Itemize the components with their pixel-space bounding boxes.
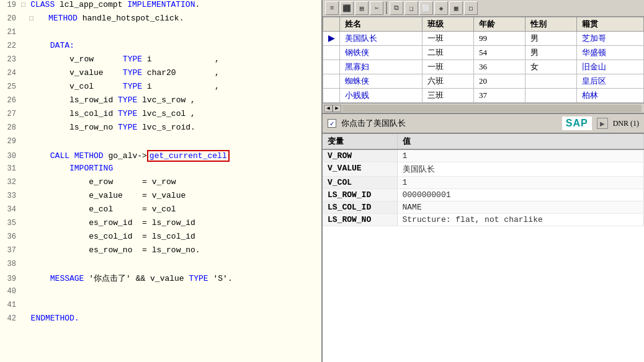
code-line: 39 MESSAGE '你点击了' && v_value TYPE 'S'. [0, 273, 321, 286]
alv-table: 姓名班级年龄性别籍贯▶美国队长一班99男芝加哥钢铁侠二班54男华盛顿黑寡妇一班3… [323, 17, 644, 103]
alv-column-header[interactable]: 年龄 [474, 17, 525, 32]
alv-table-cell[interactable]: 37 [474, 89, 525, 103]
keyword: MESSAGE [50, 274, 84, 283]
debug-table-row: LS_ROW_NOStructure: flat, not charlike [323, 214, 644, 226]
check-icon: ✓ [328, 119, 336, 128]
alv-table-cell[interactable] [525, 89, 576, 103]
alv-table-cell[interactable]: 三班 [423, 89, 474, 103]
debug-variable-name: V_COL [323, 177, 397, 189]
alv-table-cell[interactable]: 华盛顿 [576, 46, 643, 60]
alv-table-row[interactable]: 蜘蛛侠六班20皇后区 [323, 74, 644, 89]
code-line: 19□ CLASS lcl_app_compt IMPLEMENTATION. [0, 0, 321, 14]
line-number: 32 [2, 178, 21, 187]
alv-table-cell[interactable]: 20 [474, 74, 525, 89]
toolbar-button[interactable]: ≡ [325, 1, 339, 15]
alv-table-cell[interactable]: 小贱贱 [340, 89, 423, 103]
debug-variable-value: 1 [397, 149, 644, 162]
toolbar-button[interactable]: ⬛ [340, 1, 354, 15]
toolbar-button[interactable]: ❑ [405, 1, 418, 15]
alv-table-cell [323, 46, 340, 60]
alv-table-cell[interactable]: 钢铁侠 [340, 46, 423, 60]
toolbar-button[interactable]: ⬜ [419, 1, 433, 15]
keyword: IMPORTING [69, 164, 113, 173]
line-content [21, 259, 319, 268]
code-text: lvc_s_row , [137, 95, 195, 105]
alv-table-cell[interactable]: 芝加哥 [576, 32, 643, 46]
alv-table-row[interactable]: 黑寡妇一班36女旧金山 [323, 60, 644, 74]
scroll-right-btn[interactable]: ▶ [333, 105, 341, 112]
alv-table-row[interactable]: 小贱贱三班37柏林 [323, 89, 644, 103]
line-content: ls_row_no TYPE lvc_s_roid. [21, 123, 319, 132]
code-line: 26 ls_row_id TYPE lvc_s_row , [0, 95, 321, 109]
alv-table-cell[interactable]: 女 [525, 60, 576, 74]
alv-table-cell[interactable] [525, 74, 576, 89]
alv-column-header[interactable]: 姓名 [340, 17, 423, 32]
keyword: IMPLEMENTATION [127, 0, 195, 9]
line-content: ls_col_id TYPE lvc_s_col , [21, 109, 319, 118]
toolbar-button[interactable]: ⧉ [390, 1, 403, 15]
toolbar-button[interactable]: ✂ [370, 1, 383, 15]
debug-variable-value: 1 [397, 177, 644, 189]
alv-horizontal-scrollbar[interactable]: ◀ ▶ [323, 103, 644, 113]
alv-column-header[interactable] [323, 17, 340, 32]
debug-table-row: LS_COL_IDNAME [323, 201, 644, 214]
code-line: 40 [0, 286, 321, 300]
alv-table-cell[interactable]: 36 [474, 60, 525, 74]
code-line: 35 es_row_id = ls_row_id [0, 218, 321, 232]
toolbar-button[interactable]: ▦ [449, 1, 463, 15]
collapse-icon[interactable]: □ [21, 1, 29, 9]
scroll-track[interactable] [342, 105, 642, 112]
alv-table-row[interactable]: 钢铁侠二班54男华盛顿 [323, 46, 644, 60]
alv-table-cell[interactable]: 一班 [423, 32, 474, 46]
keyword: TYPE [118, 123, 137, 132]
alv-table-cell[interactable]: 一班 [423, 60, 474, 74]
debug-column-header: 值 [397, 134, 644, 149]
code-line: 42 ENDMETHOD. [0, 314, 321, 327]
alv-table-cell[interactable]: 男 [525, 32, 576, 46]
code-line: 23 v_row TYPE i , [0, 55, 321, 68]
dnr-label: DNR (1) [613, 119, 639, 128]
alv-table-cell[interactable]: 柏林 [576, 89, 643, 103]
alv-table-cell[interactable]: 蜘蛛侠 [340, 74, 423, 89]
alv-table-cell[interactable]: 美国队长 [340, 32, 423, 46]
code-line: 21 [0, 27, 321, 41]
line-number: 34 [2, 205, 21, 214]
debug-variable-name: LS_ROW_ID [323, 189, 397, 201]
line-content: e_col = v_col [21, 205, 319, 214]
alv-table-cell[interactable]: 旧金山 [576, 60, 643, 74]
code-line: 20 □ METHOD handle_hotspot_click. [0, 14, 321, 27]
alv-column-header[interactable]: 班级 [423, 17, 474, 32]
code-line: 22 DATA: [0, 41, 321, 55]
code-line: 27 ls_col_id TYPE lvc_s_col , [0, 109, 321, 123]
alv-table-wrapper[interactable]: 姓名班级年龄性别籍贯▶美国队长一班99男芝加哥钢铁侠二班54男华盛顿黑寡妇一班3… [323, 17, 644, 103]
code-text [21, 151, 50, 161]
code-text: ls_row_no [21, 123, 118, 132]
alv-table-cell[interactable]: 六班 [423, 74, 474, 89]
play-button[interactable]: ▶ [597, 118, 608, 129]
alv-column-header[interactable]: 性别 [525, 17, 576, 32]
line-content [21, 136, 319, 146]
alv-table-cell[interactable]: 二班 [423, 46, 474, 60]
collapse-icon[interactable]: □ [21, 15, 37, 22]
code-line: 28 ls_row_no TYPE lvc_s_roid. [0, 123, 321, 136]
code-text [21, 314, 31, 323]
alv-table-cell [323, 60, 340, 74]
toolbar-button[interactable]: ◈ [434, 1, 448, 15]
alv-table-cell[interactable]: 男 [525, 46, 576, 60]
alv-column-header[interactable]: 籍贯 [576, 17, 643, 32]
alv-table-cell[interactable]: 皇后区 [576, 74, 643, 89]
line-number: 38 [2, 260, 21, 268]
debug-variable-value: NAME [397, 201, 644, 214]
code-line: 31 IMPORTING [0, 164, 321, 177]
toolbar-button[interactable]: ▤ [355, 1, 369, 15]
line-number: 23 [2, 55, 21, 64]
line-number: 22 [2, 42, 21, 50]
alv-table-cell [323, 74, 340, 89]
alv-table-row[interactable]: ▶美国队长一班99男芝加哥 [323, 32, 644, 46]
scroll-left-btn[interactable]: ◀ [324, 105, 333, 112]
line-number: 28 [2, 123, 21, 132]
alv-table-cell[interactable]: 99 [474, 32, 525, 46]
alv-table-cell[interactable]: 黑寡妇 [340, 60, 423, 74]
toolbar-button[interactable]: ◻ [464, 1, 478, 15]
alv-table-cell[interactable]: 54 [474, 46, 525, 60]
